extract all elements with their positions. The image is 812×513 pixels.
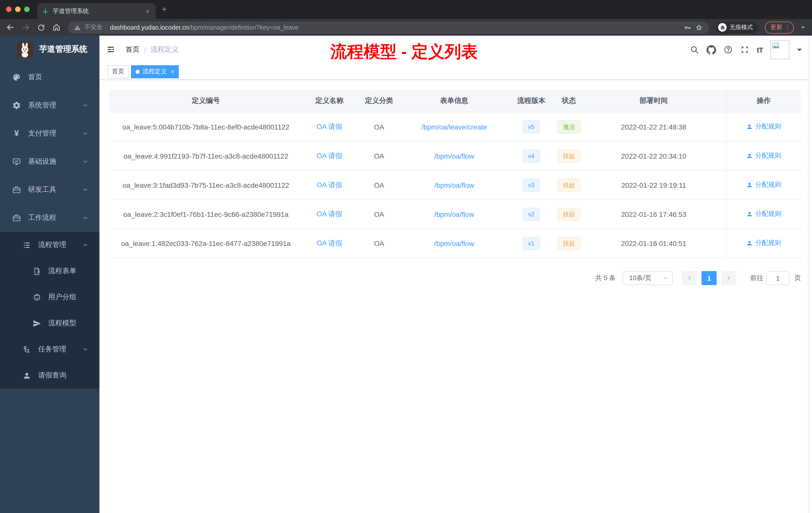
fullscreen-icon[interactable]: [740, 45, 749, 54]
assign-rule-link[interactable]: 分配规则: [746, 122, 781, 131]
sidebar-item-process-management[interactable]: 流程管理: [0, 232, 99, 258]
status-badge: 挂起: [557, 208, 580, 221]
prev-page-button[interactable]: [682, 271, 697, 285]
not-secure-warning-icon: [74, 24, 81, 31]
sidebar-item-task-management[interactable]: 任务管理: [0, 336, 99, 362]
password-key-icon[interactable]: [684, 23, 692, 31]
address-bar[interactable]: 不安全 dashboard.yudao.iocoder.cn/bpm/manag…: [68, 21, 709, 33]
page-number-1[interactable]: 1: [701, 271, 717, 285]
sidebar-item-label: 用户分组: [48, 293, 76, 302]
list-icon: [22, 240, 31, 249]
tag-home[interactable]: 首页: [108, 65, 128, 78]
breadcrumb-home[interactable]: 首页: [125, 45, 140, 54]
browser-update-button[interactable]: 更新 ⋮: [765, 21, 794, 33]
sidebar-item-process-model[interactable]: 流程模型: [0, 310, 99, 336]
person-icon: [22, 371, 31, 380]
assign-rule-link[interactable]: 分配规则: [746, 210, 781, 219]
broken-image-icon: [772, 42, 780, 50]
sidebar-item-dev-tools[interactable]: 研发工具: [0, 176, 99, 204]
chevron-down-icon: [82, 159, 88, 164]
chevron-down-icon: [82, 187, 88, 193]
sidebar-item-payment[interactable]: ¥ 支付管理: [0, 119, 99, 148]
pagination-total: 共 5 条: [595, 274, 616, 282]
cell-form-info: /bpm/oa/leave/create: [402, 112, 506, 141]
sidebar-item-workflow[interactable]: 工作流程: [0, 204, 99, 232]
goto-label: 前往: [750, 274, 763, 282]
cell-version: v1: [506, 229, 556, 258]
sidebar: 芋道管理系统 首页 系统管理 ¥ 支付管理: [0, 36, 99, 513]
scrollbar-track[interactable]: [808, 36, 812, 513]
toolbar-chevron-down-icon[interactable]: [801, 26, 805, 30]
app-window: 芋道管理系统 首页 系统管理 ¥ 支付管理: [0, 36, 812, 513]
assign-rule-link[interactable]: 分配规则: [746, 180, 781, 189]
assign-rule-link[interactable]: 分配规则: [746, 151, 781, 160]
sidebar-fold-icon[interactable]: [107, 45, 115, 56]
definition-name-link[interactable]: OA 请假: [317, 180, 343, 188]
forward-button[interactable]: [22, 23, 30, 32]
user-icon: [746, 123, 753, 130]
new-tab-button[interactable]: +: [162, 5, 167, 13]
browser-menu-icon[interactable]: ⋮: [785, 25, 790, 30]
form-link[interactable]: /bpm/oa/leave/create: [421, 123, 487, 131]
sidebar-logo[interactable]: 芋道管理系统: [0, 36, 99, 63]
version-badge: v4: [522, 149, 540, 162]
definition-name-link[interactable]: OA 请假: [317, 122, 343, 130]
sidebar-item-system[interactable]: 系统管理: [0, 91, 99, 119]
form-link[interactable]: /bpm/oa/flow: [434, 181, 474, 189]
assign-rule-link[interactable]: 分配规则: [746, 239, 781, 248]
sidebar-item-infrastructure[interactable]: 基础设施: [0, 148, 99, 176]
sidebar-item-user-group[interactable]: 用户分组: [0, 284, 99, 310]
definition-name-link[interactable]: OA 请假: [317, 210, 343, 218]
bookmark-star-icon[interactable]: [695, 23, 703, 31]
definition-name-link[interactable]: OA 请假: [317, 151, 343, 159]
goto-page-input[interactable]: [766, 271, 789, 285]
breadcrumb: 首页 / 流程定义: [125, 36, 179, 64]
yen-icon: ¥: [12, 129, 21, 138]
macos-zoom-button[interactable]: [24, 6, 30, 12]
next-page-button[interactable]: [721, 271, 736, 285]
chevron-down-icon: [82, 102, 88, 109]
github-icon[interactable]: [706, 45, 716, 55]
navbar-actions: tT: [690, 36, 802, 64]
back-button[interactable]: [6, 23, 14, 32]
definition-name-link[interactable]: OA 请假: [317, 239, 343, 247]
browser-tab[interactable]: 芋道管理系统 ×: [37, 3, 156, 19]
sidebar-item-label: 流程表单: [48, 267, 76, 276]
cell-actions: 分配规则: [726, 171, 801, 200]
font-size-icon[interactable]: tT: [757, 46, 763, 54]
pagination: 共 5 条 10条/页 1 前往 页: [109, 271, 801, 285]
macos-close-button[interactable]: [6, 6, 11, 12]
main-area: 首页 / 流程定义 流程模型 - 定义列表: [99, 36, 812, 513]
cell-actions: 分配规则: [726, 112, 801, 141]
home-button[interactable]: [52, 23, 61, 32]
toolbox-icon: [12, 185, 21, 194]
avatar-chevron-down-icon[interactable]: [797, 49, 802, 54]
status-badge: 挂起: [557, 178, 580, 191]
avatar[interactable]: [770, 40, 789, 59]
sidebar-item-home[interactable]: 首页: [0, 63, 99, 91]
tag-process-definition[interactable]: 流程定义 ×: [131, 65, 179, 78]
sidebar-item-process-form[interactable]: 流程表单: [0, 258, 99, 284]
page-size-select[interactable]: 10条/页: [623, 271, 673, 285]
tab-close-icon[interactable]: ×: [145, 8, 151, 14]
sidebar-item-leave-query[interactable]: 请假查询: [0, 362, 99, 389]
form-link[interactable]: /bpm/oa/flow: [434, 239, 474, 247]
status-badge: 挂起: [557, 237, 580, 250]
search-icon[interactable]: [690, 45, 699, 54]
macos-minimize-button[interactable]: [15, 6, 21, 12]
form-link[interactable]: /bpm/oa/flow: [434, 152, 474, 160]
browser-tabstrip: 芋道管理系统 × +: [0, 0, 812, 19]
security-label[interactable]: 不安全: [84, 23, 103, 32]
tag-close-icon[interactable]: ×: [171, 68, 174, 75]
cell-category: OA: [356, 229, 402, 258]
table-row: oa_leave:1:482ec033-762a-11ec-8477-a2380…: [109, 229, 801, 258]
cell-version: v3: [506, 171, 556, 200]
help-icon[interactable]: [724, 45, 733, 54]
cell-status: 挂起: [556, 200, 581, 229]
url-text[interactable]: dashboard.yudao.iocoder.cn/bpm/manager/d…: [110, 24, 298, 31]
briefcase-icon: [12, 213, 21, 222]
version-badge: v5: [522, 120, 540, 133]
reload-button[interactable]: [37, 23, 45, 31]
dashboard-icon: [12, 73, 21, 82]
form-link[interactable]: /bpm/oa/flow: [434, 210, 474, 218]
